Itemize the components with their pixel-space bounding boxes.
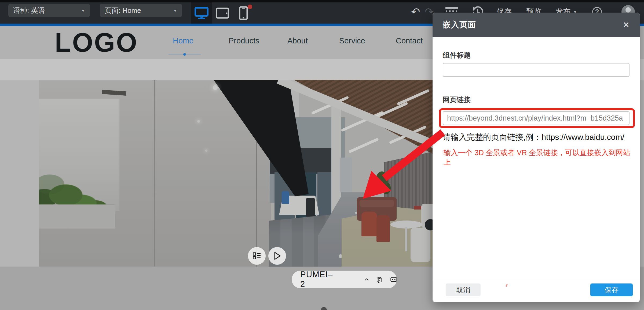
notification-dot — [248, 5, 252, 9]
autoplay-button[interactable] — [268, 247, 286, 265]
component-title-label: 组件标题 — [443, 51, 471, 60]
scene-selector[interactable]: PUMEI–2 — [292, 271, 397, 288]
undo-button[interactable]: ↶ — [411, 0, 420, 24]
undo-icon: ↶ — [411, 6, 420, 18]
play-icon — [273, 251, 281, 260]
nav-item-about[interactable]: About — [287, 36, 308, 45]
link-warning-text: 输入一个 3D 全景或者 VR 全景链接，可以直接嵌入到网站上 — [444, 148, 631, 167]
desktop-icon — [195, 7, 208, 19]
language-dropdown-label: 语种: 英语 — [13, 6, 45, 15]
caret-down-icon: ▼ — [173, 8, 177, 13]
device-tablet-button[interactable] — [212, 2, 233, 24]
chevron-up-icon[interactable] — [364, 277, 369, 282]
vr-goggles-icon[interactable] — [390, 275, 397, 284]
link-hint-text: 请输入完整的页面链接,例：https://www.baidu.com/ — [443, 132, 633, 143]
modal-dim-overlay — [39, 80, 433, 267]
cancel-button[interactable]: 取消 — [446, 283, 481, 296]
component-title-input[interactable] — [443, 63, 630, 77]
panel-title: 嵌入页面 — [443, 19, 476, 30]
nav-active-indicator — [169, 54, 201, 55]
device-desktop-button[interactable] — [191, 2, 212, 24]
save-button[interactable]: 保存 — [590, 283, 633, 296]
scene-name: PUMEI–2 — [300, 270, 333, 289]
panorama-embed[interactable] — [39, 80, 433, 267]
scene-list-icon — [253, 252, 261, 259]
link-label: 网页链接 — [443, 95, 471, 104]
tablet-icon — [216, 8, 229, 19]
link-input[interactable] — [443, 111, 630, 125]
nav-item-products[interactable]: Products — [229, 36, 259, 45]
page-dropdown[interactable]: 页面: Home ▼ — [100, 4, 182, 17]
stray-red-mark — [506, 284, 508, 287]
page-dropdown-label: 页面: Home — [105, 6, 141, 15]
cube-3d-icon[interactable] — [376, 273, 382, 286]
nav-item-service[interactable]: Service — [339, 36, 365, 45]
site-logo: LOGO — [55, 28, 138, 57]
window-top-strip — [0, 0, 644, 2]
nav-item-contact[interactable]: Contact — [396, 36, 423, 45]
close-icon[interactable]: ✕ — [623, 21, 630, 29]
device-mobile-button[interactable] — [233, 2, 254, 24]
mobile-icon — [239, 6, 248, 20]
language-dropdown[interactable]: 语种: 英语 ▼ — [8, 4, 90, 17]
caret-down-icon: ▼ — [81, 8, 85, 13]
scene-list-button[interactable] — [248, 247, 266, 265]
nav-item-home[interactable]: Home — [173, 36, 193, 45]
panel-header: 嵌入页面 ✕ — [433, 13, 640, 37]
panel-footer-divider — [433, 280, 640, 280]
embed-page-panel: 嵌入页面 ✕ 组件标题 网页链接 请输入完整的页面链接,例：https://ww… — [433, 13, 640, 302]
